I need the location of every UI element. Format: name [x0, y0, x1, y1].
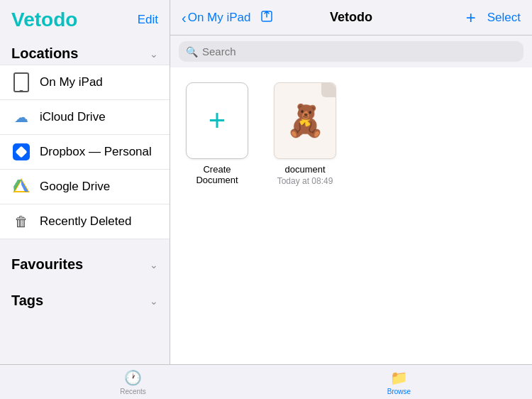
chevron-left-icon: ‹ — [182, 11, 187, 25]
sidebar-locations-list: On My iPad ☁ iCloud Drive Dropbox — Pers… — [0, 65, 170, 239]
back-label: On My iPad — [188, 11, 251, 25]
sidebar-item-dropbox[interactable]: Dropbox — Personal — [0, 135, 170, 170]
sidebar-header: Vetodo Edit — [0, 0, 170, 37]
sidebar-item-google-drive[interactable]: Google Drive — [0, 170, 170, 204]
search-input[interactable] — [202, 45, 516, 58]
favourites-chevron-icon: ⌄ — [150, 259, 158, 270]
sidebar-item-on-my-ipad[interactable]: On My iPad — [0, 65, 170, 100]
select-button[interactable]: Select — [487, 11, 521, 25]
sidebar-item-label: Dropbox — Personal — [40, 145, 152, 159]
sidebar-item-label: On My iPad — [40, 75, 103, 89]
svg-marker-2 — [21, 180, 28, 192]
document-icon-wrap: 🧸 — [273, 82, 337, 160]
file-grid: + Create Document 🧸 document Today at 08… — [170, 67, 532, 364]
locations-chevron-icon: ⌄ — [150, 48, 158, 60]
document-name: document — [284, 164, 325, 175]
document-item[interactable]: 🧸 document Today at 08:49 — [270, 82, 340, 350]
plus-icon: + — [209, 106, 226, 136]
main-content: ‹ On My iPad Vetodo + Select 🔍 — [170, 0, 532, 364]
google-drive-icon — [11, 177, 31, 197]
main-header: ‹ On My iPad Vetodo + Select — [170, 0, 532, 35]
recents-icon: 🕐 — [124, 369, 142, 386]
favourites-title: Favourites — [11, 256, 83, 273]
create-document-item[interactable]: + Create Document — [182, 82, 253, 350]
tags-chevron-icon: ⌄ — [150, 295, 158, 307]
create-document-icon-wrap: + — [185, 82, 249, 160]
favourites-section-header: Favourites ⌄ — [0, 248, 170, 275]
ipad-icon — [11, 72, 31, 92]
browse-icon: 📁 — [390, 369, 408, 386]
search-bar: 🔍 — [179, 41, 523, 62]
sidebar-item-label: Recently Deleted — [40, 214, 131, 229]
tab-recents[interactable]: 🕐 Recents — [0, 369, 266, 395]
icloud-icon: ☁ — [11, 107, 31, 127]
sidebar-item-recently-deleted[interactable]: 🗑 Recently Deleted — [0, 204, 170, 239]
back-button[interactable]: ‹ On My iPad — [182, 11, 250, 25]
search-container: 🔍 — [170, 35, 532, 67]
sidebar-item-icloud-drive[interactable]: ☁ iCloud Drive — [0, 100, 170, 135]
page-title: Vetodo — [330, 10, 372, 25]
tags-section-header: Tags ⌄ — [0, 284, 170, 312]
header-left: ‹ On My iPad — [182, 10, 273, 26]
create-document-card: + — [186, 82, 248, 159]
sidebar: Vetodo Edit Locations ⌄ On My iPad ☁ iCl… — [0, 0, 170, 364]
document-card: 🧸 — [274, 82, 336, 159]
edit-button[interactable]: Edit — [138, 10, 158, 30]
tab-bar: 🕐 Recents 📁 Browse — [0, 364, 532, 399]
share-button[interactable] — [260, 10, 273, 26]
tab-browse[interactable]: 📁 Browse — [266, 369, 532, 395]
dropbox-icon — [11, 142, 31, 162]
recents-label: Recents — [120, 388, 146, 395]
browse-label: Browse — [387, 388, 411, 395]
locations-section-header: Locations ⌄ — [0, 37, 170, 65]
document-thumbnail: 🧸 — [286, 105, 325, 136]
sidebar-item-label: Google Drive — [40, 180, 110, 194]
app-title: Vetodo — [11, 9, 77, 31]
search-icon: 🔍 — [186, 46, 198, 58]
svg-marker-1 — [13, 180, 21, 192]
header-right: + Select — [466, 9, 521, 26]
tags-title: Tags — [11, 293, 43, 309]
trash-icon: 🗑 — [11, 212, 31, 231]
sidebar-item-label: iCloud Drive — [40, 110, 106, 124]
locations-title: Locations — [11, 45, 78, 62]
create-document-label: Create Document — [182, 164, 253, 185]
add-button[interactable]: + — [466, 9, 476, 26]
document-date: Today at 08:49 — [277, 176, 333, 186]
